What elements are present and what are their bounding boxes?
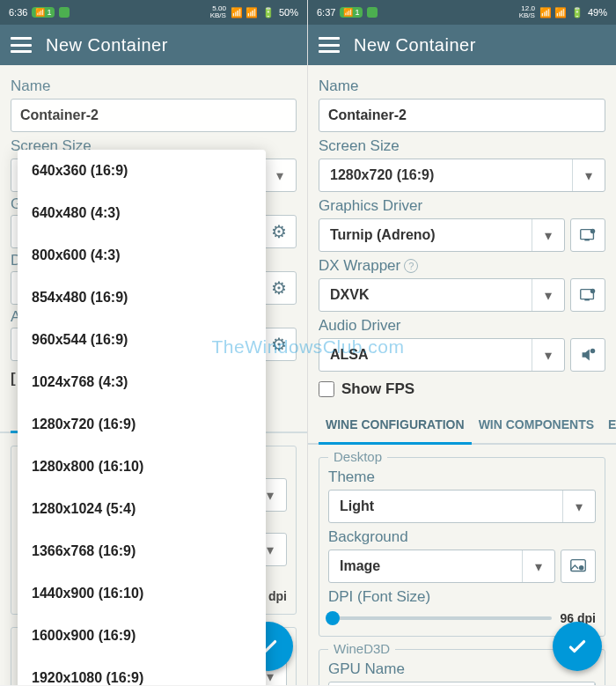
settings-icon[interactable]: ⚙ [261, 271, 297, 305]
battery-icon: 🔋 [262, 7, 275, 18]
status-bar: 6:37 📶 1 12.0KB/S 📶 📶 🔋 49% [308, 0, 616, 25]
show-fps-checkbox[interactable] [319, 381, 334, 397]
clock: 6:36 [9, 7, 27, 18]
status-bar: 6:36 📶 1 5.00KB/S 📶 📶 🔋 50% [0, 0, 307, 25]
audio-driver-label: Audio Driver [319, 317, 605, 335]
chevron-down-icon[interactable]: ▾ [532, 219, 564, 251]
dropdown-item[interactable]: 1024x768 (4:3) [18, 361, 266, 403]
sim-badge: 📶 1 [340, 7, 363, 18]
dropdown-item[interactable]: 854x480 (16:9) [18, 277, 266, 319]
chevron-down-icon[interactable]: ▾ [523, 550, 554, 582]
tab-wine-config[interactable]: WINE CONFIGURATION [319, 407, 472, 445]
name-label: Name [11, 77, 297, 95]
screen-size-select[interactable]: 1280x720 (16:9) ▾ [319, 159, 605, 192]
battery-pct: 50% [279, 7, 298, 18]
signal-icon: 📶 📶 [231, 7, 258, 18]
menu-icon[interactable] [11, 37, 32, 53]
dropdown-item[interactable]: 640x480 (4:3) [18, 192, 266, 234]
menu-icon[interactable] [319, 37, 340, 53]
gpu-name-select[interactable]: NVIDIA GeForce GTX 480 [328, 682, 596, 685]
tab-win-components[interactable]: WIN COMPONENTS [472, 407, 601, 443]
signal-icon: 📶 📶 [539, 7, 567, 18]
dropdown-item[interactable]: 1280x800 (16:10) [18, 446, 266, 488]
dx-wrapper-settings-button[interactable] [570, 278, 605, 312]
screen-size-label: Screen Size [319, 137, 605, 155]
background-select[interactable]: Image ▾ [328, 550, 555, 583]
chevron-down-icon[interactable]: ▾ [264, 159, 296, 191]
clock: 6:37 [317, 7, 335, 18]
settings-icon[interactable]: ⚙ [261, 215, 297, 248]
gpu-name-label: GPU Name [328, 660, 596, 678]
name-input[interactable] [319, 99, 605, 132]
chevron-down-icon[interactable]: ▾ [532, 279, 564, 311]
dropdown-item[interactable]: 1280x720 (16:9) [18, 403, 266, 446]
graphics-driver-label: Graphics Driver [319, 197, 605, 215]
net-speed: 12.0KB/S [519, 5, 535, 19]
screen-size-dropdown: 640x360 (16:9) 640x480 (4:3) 800x600 (4:… [18, 150, 266, 685]
audio-driver-settings-button[interactable] [570, 338, 605, 372]
dropdown-item[interactable]: 1366x768 (16:9) [18, 530, 266, 572]
settings-icon[interactable]: ⚙ [261, 328, 297, 361]
svg-point-5 [590, 289, 596, 294]
theme-select[interactable]: Light ▾ [328, 490, 596, 523]
dx-wrapper-select[interactable]: DXVK ▾ [319, 278, 565, 312]
graphics-driver-select[interactable]: Turnip (Adreno) ▾ [319, 218, 565, 252]
svg-rect-4 [584, 299, 590, 301]
dpi-slider[interactable] [328, 616, 552, 620]
dropdown-item[interactable]: 1920x1080 (16:9) [18, 657, 266, 685]
show-fps-label: Show FPS [341, 380, 414, 398]
sim-badge: 📶 1 [32, 7, 55, 18]
svg-rect-1 [584, 240, 590, 241]
net-speed: 5.00KB/S [210, 5, 226, 19]
page-title: New Container [46, 35, 168, 55]
page-title: New Container [354, 35, 476, 55]
name-input[interactable] [11, 99, 297, 132]
wined3d-section-title: WineD3D [328, 641, 395, 656]
dpi-label: DPI (Font Size) [328, 588, 596, 606]
audio-driver-select[interactable]: ALSA ▾ [319, 338, 565, 372]
dropdown-item[interactable]: 640x360 (16:9) [18, 150, 266, 192]
chevron-down-icon[interactable]: ▾ [563, 491, 595, 522]
name-label: Name [319, 77, 605, 95]
app-header: New Container [308, 25, 616, 65]
desktop-section-title: Desktop [328, 449, 387, 464]
svg-point-2 [590, 229, 596, 234]
svg-point-6 [590, 349, 596, 354]
tab-env[interactable]: EN [601, 407, 616, 443]
graphics-driver-settings-button[interactable] [570, 218, 605, 252]
battery-pct: 49% [588, 7, 607, 18]
dropdown-item[interactable]: 960x544 (16:9) [18, 319, 266, 361]
app-header: New Container [0, 25, 307, 65]
dx-wrapper-label: DX Wrapper ? [319, 257, 605, 275]
chevron-down-icon[interactable]: ▾ [573, 159, 605, 191]
nfc-icon [59, 7, 70, 18]
background-image-button[interactable] [561, 550, 596, 583]
dropdown-item[interactable]: 1280x1024 (5:4) [18, 488, 266, 530]
battery-icon: 🔋 [571, 7, 583, 18]
dropdown-item[interactable]: 800x600 (4:3) [18, 234, 266, 277]
svg-point-8 [579, 565, 584, 571]
dropdown-item[interactable]: 1600x900 (16:9) [18, 615, 266, 657]
chevron-down-icon[interactable]: ▾ [532, 339, 564, 371]
dropdown-item[interactable]: 1440x900 (16:10) [18, 572, 266, 615]
theme-label: Theme [328, 468, 596, 486]
background-label: Background [328, 528, 596, 546]
nfc-icon [367, 7, 378, 18]
help-icon[interactable]: ? [404, 259, 418, 273]
confirm-fab[interactable] [553, 622, 602, 671]
